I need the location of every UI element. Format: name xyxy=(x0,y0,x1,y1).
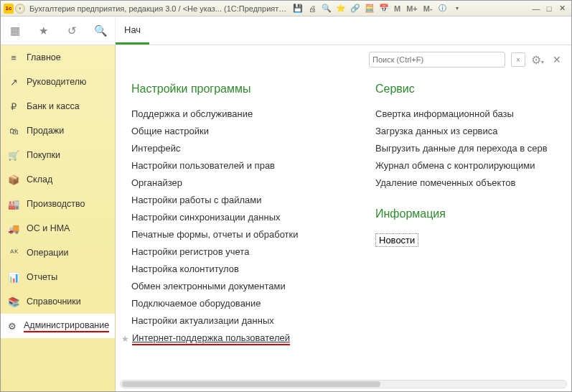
link-registers[interactable]: Настройки регистров учета xyxy=(131,243,347,261)
clear-search-button[interactable]: × xyxy=(511,52,525,67)
sidebar-item-warehouse[interactable]: 📦Склад xyxy=(1,167,115,192)
favorite-icon[interactable]: ⭐ xyxy=(335,3,347,14)
sidebar-item-manager[interactable]: ↗Руководителю xyxy=(1,70,115,94)
sidebar-item-production[interactable]: 🏭Производство xyxy=(1,192,115,216)
sidebar-item-bank[interactable]: ₽Банк и касса xyxy=(1,94,115,118)
scrollbar-thumb[interactable] xyxy=(122,381,380,387)
horizontal-scrollbar[interactable] xyxy=(120,380,567,388)
link-edoc[interactable]: Обмен электронными документами xyxy=(131,278,347,295)
app-logo-icon: 1c xyxy=(4,4,14,14)
link-users-rights[interactable]: Настройки пользователей и прав xyxy=(131,157,347,174)
info-icon[interactable]: ⓘ xyxy=(437,3,449,14)
link-actualization[interactable]: Настройки актуализации данных xyxy=(131,312,347,330)
link-print-forms[interactable]: Печатные формы, отчеты и обработки xyxy=(131,226,347,243)
link-files[interactable]: Настройки работы с файлами xyxy=(131,192,347,209)
gear-icon: ⚙ xyxy=(8,321,17,332)
save-icon[interactable]: 💾 xyxy=(292,3,304,14)
sidebar-item-admin[interactable]: ⚙Администрирование xyxy=(1,314,115,338)
link-news[interactable]: Новости xyxy=(375,233,418,247)
calendar-icon[interactable]: 📅 xyxy=(378,3,390,14)
search-icon[interactable]: 🔍 xyxy=(92,22,109,39)
link-delete-marked[interactable]: Удаление помеченных объектов xyxy=(375,174,569,192)
link-sync[interactable]: Настройки синхронизации данных xyxy=(131,209,347,226)
search-input[interactable] xyxy=(372,55,502,64)
sidebar-label: Банк и касса xyxy=(27,101,80,111)
menu-icon: ≡ xyxy=(8,52,19,63)
link-internet-support[interactable]: ★Интернет-поддержка пользователей xyxy=(131,330,347,349)
link-general-settings[interactable]: Общие настройки xyxy=(131,123,347,140)
box-icon: 📦 xyxy=(8,174,19,185)
sidebar-label: Справочники xyxy=(27,297,81,307)
link-db-compress[interactable]: Свертка информационной базы xyxy=(375,106,569,123)
link-load-service[interactable]: Загрузка данных из сервиса xyxy=(375,123,569,140)
dropdown-icon[interactable]: ▾ xyxy=(451,3,463,14)
apps-grid-icon[interactable]: ▦ xyxy=(6,22,24,39)
window-titlebar: 1c ▾ Бухгалтерия предприятия, редакция 3… xyxy=(1,1,571,17)
tab-start[interactable]: Нач xyxy=(116,17,149,45)
sidebar-item-main[interactable]: ≡Главное xyxy=(1,45,115,70)
link-interface[interactable]: Интерфейс xyxy=(131,140,347,157)
minimize-button[interactable]: — xyxy=(530,4,543,14)
books-icon: 📚 xyxy=(8,297,19,307)
content-panel: × ⚙▾ ✕ Настройки программы Поддержка и о… xyxy=(116,45,571,391)
window-title: Бухгалтерия предприятия, редакция 3.0 / … xyxy=(29,4,288,13)
search-box[interactable] xyxy=(369,52,505,67)
operations-icon: ᴬᴷ xyxy=(8,248,19,258)
settings-heading: Настройки программы xyxy=(131,83,347,95)
sidebar-item-operations[interactable]: ᴬᴷОперации xyxy=(1,241,115,265)
info-heading: Информация xyxy=(375,207,569,220)
settings-list: Поддержка и обслуживание Общие настройки… xyxy=(131,106,347,349)
link-support[interactable]: Поддержка и обслуживание xyxy=(131,106,347,123)
print-icon[interactable]: 🖨 xyxy=(306,3,318,14)
link-internet-support-label: Интернет-поддержка пользователей xyxy=(132,332,290,345)
sidebar-label: Продажи xyxy=(27,126,64,136)
link-export-service[interactable]: Выгрузить данные для перехода в серв xyxy=(375,140,569,157)
sidebar-item-purchases[interactable]: 🛒Покупки xyxy=(1,143,115,167)
link-icon[interactable]: 🔗 xyxy=(350,3,361,14)
ruble-icon: ₽ xyxy=(8,101,19,112)
sidebar-label: Администрирование xyxy=(24,320,109,332)
sidebar-label: Производство xyxy=(27,199,85,209)
sidebar-label: Операции xyxy=(27,248,68,258)
sidebar: ≡Главное ↗Руководителю ₽Банк и касса 🛍Пр… xyxy=(1,45,116,391)
link-organizer[interactable]: Органайзер xyxy=(131,174,347,192)
sidebar-item-reports[interactable]: 📊Отчеты xyxy=(1,265,115,289)
link-exchange-log[interactable]: Журнал обмена с контролирующими xyxy=(375,157,569,174)
service-heading: Сервис xyxy=(375,83,569,95)
titlebar-dropdown-icon[interactable]: ▾ xyxy=(15,4,25,14)
close-button[interactable]: ✕ xyxy=(555,4,568,14)
bag-icon: 🛍 xyxy=(8,126,19,136)
sidebar-label: Склад xyxy=(27,174,52,185)
sidebar-label: Главное xyxy=(27,52,61,62)
star-icon[interactable]: ★ xyxy=(35,22,52,39)
link-equipment[interactable]: Подключаемое оборудование xyxy=(131,295,347,312)
cart-icon: 🛒 xyxy=(8,150,19,161)
service-list: Свертка информационной базы Загрузка дан… xyxy=(375,106,569,192)
sidebar-label: Руководителю xyxy=(27,77,86,87)
sidebar-label: Покупки xyxy=(27,150,60,160)
chart-up-icon: ↗ xyxy=(8,77,19,88)
preview-icon[interactable]: 🔍 xyxy=(321,3,332,14)
memory-mminus-button[interactable]: M- xyxy=(422,4,434,13)
link-headers[interactable]: Настройка колонтитулов xyxy=(131,261,347,278)
truck-icon: 🚚 xyxy=(8,223,19,234)
sidebar-item-assets[interactable]: 🚚ОС и НМА xyxy=(1,216,115,241)
maximize-button[interactable]: □ xyxy=(543,4,555,14)
reports-icon: 📊 xyxy=(8,272,19,283)
settings-gear-icon[interactable]: ⚙▾ xyxy=(531,53,544,67)
factory-icon: 🏭 xyxy=(8,199,19,210)
memory-m-button[interactable]: M xyxy=(393,4,402,13)
calculator-icon[interactable]: 🧮 xyxy=(364,3,375,14)
top-toolbar: ▦ ★ ↺ 🔍 Нач xyxy=(1,17,571,45)
sidebar-item-sales[interactable]: 🛍Продажи xyxy=(1,118,115,143)
sidebar-item-references[interactable]: 📚Справочники xyxy=(1,289,115,314)
sidebar-label: Отчеты xyxy=(27,272,57,282)
memory-mplus-button[interactable]: M+ xyxy=(405,4,419,13)
star-icon: ★ xyxy=(121,334,129,344)
close-panel-button[interactable]: ✕ xyxy=(550,54,564,65)
sidebar-label: ОС и НМА xyxy=(27,223,70,233)
history-icon[interactable]: ↺ xyxy=(63,22,80,39)
